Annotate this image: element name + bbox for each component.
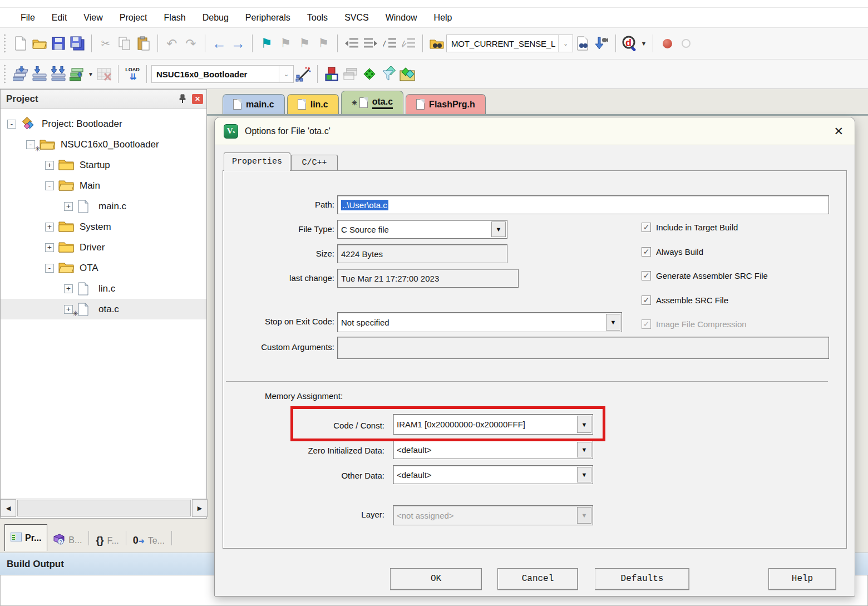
manage-layouts-icon[interactable] (341, 65, 360, 83)
uncomment-icon[interactable]: /̷ (399, 34, 418, 53)
dropdown-arrow-icon[interactable]: ▼ (577, 416, 591, 433)
incremental-find-icon[interactable] (592, 34, 611, 53)
menu-view[interactable]: View (75, 11, 111, 25)
open-file-icon[interactable] (30, 34, 49, 53)
checkbox-icon[interactable]: ✓ (642, 247, 651, 257)
chevron-down-icon[interactable]: ⌄ (558, 35, 573, 52)
tree-item-target[interactable]: - ✳ NSUC16x0_Bootloader (1, 134, 206, 155)
tree-item-label[interactable]: Project: Bootloader (42, 119, 122, 130)
scrollbar-thumb[interactable] (17, 500, 191, 516)
tree-item-system[interactable]: + System (1, 216, 206, 237)
checkbox-always-build[interactable]: ✓ Always Build (642, 247, 703, 257)
download-icon[interactable]: LOAD⇊ (123, 65, 142, 83)
tree-expander-icon[interactable]: + (64, 305, 73, 314)
tab-c-cpp[interactable]: C/C++ (291, 155, 338, 171)
paste-icon[interactable] (134, 34, 153, 53)
rebuild-all-icon[interactable] (49, 65, 68, 83)
tree-expander-icon[interactable]: + (45, 243, 54, 252)
dropdown-arrow-icon[interactable]: ▼ (577, 442, 591, 457)
navigate-forward-icon[interactable]: → (229, 34, 248, 53)
indent-icon[interactable] (361, 34, 380, 53)
bookmark-next-icon[interactable]: ⚑ (295, 34, 314, 53)
build-icon[interactable] (30, 65, 49, 83)
tree-item-label[interactable]: System (80, 221, 111, 233)
other-data-combobox[interactable]: <default> ▼ (393, 465, 593, 484)
menu-window[interactable]: Window (377, 11, 426, 25)
dialog-titlebar[interactable]: Vs Options for File 'ota.c' ✕ (215, 117, 855, 145)
tab-main-c[interactable]: main.c (223, 94, 285, 114)
tree-expander-icon[interactable]: - (7, 120, 16, 129)
toolbar-drag-handle[interactable] (3, 64, 9, 84)
ok-button[interactable]: OK (390, 568, 482, 590)
pin-icon[interactable] (179, 94, 186, 105)
redo-icon[interactable]: ↷ (181, 34, 200, 53)
toolbar-drag-handle[interactable] (3, 33, 9, 53)
custom-arguments-field[interactable] (337, 337, 829, 359)
checkbox-include-in-target-build[interactable]: ✓ Include in Target Build (642, 223, 738, 232)
save-all-icon[interactable] (68, 34, 87, 53)
tree-expander-icon[interactable]: + (45, 223, 54, 231)
navigate-back-icon[interactable]: ← (210, 34, 229, 53)
tree-item-ota-c[interactable]: + ✳ ota.c (1, 299, 206, 319)
tree-item-label[interactable]: Startup (80, 160, 110, 171)
file-type-combobox[interactable]: C Source file ▼ (337, 220, 507, 239)
tab-project-pane[interactable]: Pr... (4, 524, 47, 551)
tree-item-ota-group[interactable]: - OTA (1, 258, 206, 278)
find-in-books-icon[interactable]: d (620, 34, 639, 53)
checkbox-generate-assembler-src[interactable]: ✓ Generate Assembler SRC File (642, 271, 768, 280)
checkbox-assemble-src-file[interactable]: ✓ Assemble SRC File (642, 295, 728, 305)
tree-expander-icon[interactable]: + (64, 202, 73, 211)
target-options-icon[interactable] (294, 65, 313, 83)
help-button[interactable]: Help (768, 568, 836, 590)
templates-icon[interactable] (379, 65, 398, 83)
tree-expander-icon[interactable]: + (64, 284, 73, 293)
tree-item-label[interactable]: lin.c (98, 283, 115, 294)
unindent-icon[interactable] (342, 34, 361, 53)
menu-debug[interactable]: Debug (194, 11, 237, 25)
bookmark-prev-icon[interactable]: ⚑ (276, 34, 295, 53)
code-const-combobox[interactable]: IRAM1 [0x20000000-0x20000FFF] ▼ (393, 414, 593, 435)
search-target-combobox[interactable]: MOT_CURRENT_SENSE_L ⌄ (446, 35, 573, 52)
batch-build-dropdown-icon[interactable]: ▼ (87, 65, 95, 83)
stop-on-exit-combobox[interactable]: Not specified ▼ (337, 312, 622, 332)
scroll-right-icon[interactable]: ▶ (192, 499, 208, 517)
close-panel-icon[interactable]: ✕ (192, 94, 203, 104)
target-select-combobox[interactable]: NSUC16x0_Bootloader ⌄ (151, 65, 294, 83)
tree-item-startup[interactable]: + Startup (1, 155, 206, 175)
scroll-left-icon[interactable]: ◀ (1, 499, 16, 517)
menu-file[interactable]: File (12, 11, 43, 25)
tab-templates-pane[interactable]: 0➜ Te... (127, 530, 170, 551)
bookmark-toggle-icon[interactable]: ⚑ (257, 34, 276, 53)
new-file-icon[interactable] (11, 34, 30, 53)
translate-icon[interactable] (11, 65, 30, 83)
path-field[interactable]: ..\User\ota.c (337, 195, 829, 214)
tab-lin-c[interactable]: lin.c (287, 94, 339, 114)
tree-item-label[interactable]: OTA (80, 263, 98, 274)
find-in-books-dropdown-icon[interactable]: ▼ (639, 34, 648, 53)
undo-icon[interactable]: ↶ (162, 34, 181, 53)
menu-project[interactable]: Project (111, 11, 156, 25)
tab-flashprg-h[interactable]: FlashPrg.h (406, 94, 486, 114)
cut-icon[interactable]: ✂ (96, 34, 115, 53)
checkbox-icon[interactable]: ✓ (642, 223, 651, 232)
find-in-files-icon[interactable] (427, 34, 446, 53)
dropdown-arrow-icon[interactable]: ▼ (577, 467, 591, 482)
dropdown-arrow-icon[interactable]: ▼ (606, 314, 620, 331)
zero-initialized-combobox[interactable]: <default> ▼ (393, 440, 593, 459)
menu-tools[interactable]: Tools (299, 11, 336, 25)
tree-item-label[interactable]: main.c (98, 201, 126, 212)
find-in-document-icon[interactable] (573, 34, 592, 53)
copy-icon[interactable] (115, 34, 134, 53)
tab-properties[interactable]: Properties (224, 152, 290, 171)
tree-item-label[interactable]: Main (80, 180, 100, 191)
tree-item-project-root[interactable]: - Project: Bootloader (1, 114, 206, 134)
menu-peripherals[interactable]: Peripherals (237, 11, 299, 25)
tree-expander-icon[interactable]: + (45, 161, 54, 170)
cancel-button[interactable]: Cancel (497, 568, 578, 590)
functions-icon[interactable] (360, 65, 379, 83)
menu-help[interactable]: Help (426, 11, 461, 25)
tree-item-main-c[interactable]: + main.c (1, 196, 206, 216)
tree-item-label[interactable]: NSUC16x0_Bootloader (61, 139, 159, 150)
tree-expander-icon[interactable]: - (26, 140, 35, 149)
chevron-down-icon[interactable]: ⌄ (279, 66, 293, 82)
